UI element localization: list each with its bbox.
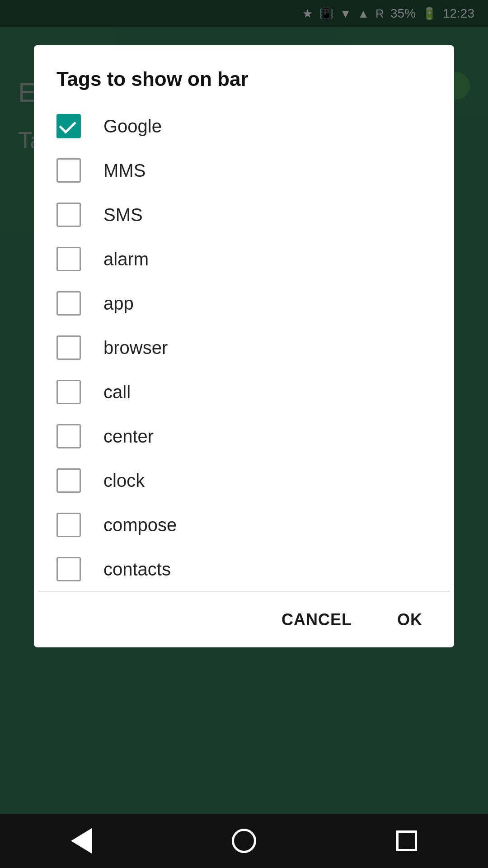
bottom-nav-bar bbox=[0, 814, 488, 868]
list-item[interactable]: clock bbox=[38, 458, 450, 503]
checkbox-alarm[interactable] bbox=[56, 247, 81, 271]
checkbox-browser[interactable] bbox=[56, 335, 81, 360]
dialog-title: Tags to show on bar bbox=[34, 45, 454, 104]
item-label-mms: MMS bbox=[103, 160, 145, 181]
dialog-actions: CANCEL OK bbox=[34, 592, 454, 647]
recent-icon bbox=[396, 830, 417, 851]
item-label-clock: clock bbox=[103, 471, 145, 491]
list-item[interactable]: SMS bbox=[38, 193, 450, 237]
item-label-contacts: contacts bbox=[103, 559, 171, 580]
item-label-sms: SMS bbox=[103, 205, 143, 225]
tags-dialog: Tags to show on bar Google MMS SMS alarm… bbox=[34, 45, 454, 647]
item-label-call: call bbox=[103, 382, 131, 402]
list-item[interactable]: browser bbox=[38, 326, 450, 370]
checkbox-contacts[interactable] bbox=[56, 557, 81, 581]
back-button[interactable] bbox=[54, 823, 108, 859]
list-item[interactable]: MMS bbox=[38, 148, 450, 193]
list-item[interactable]: contacts bbox=[38, 547, 450, 591]
list-item[interactable]: app bbox=[38, 281, 450, 326]
item-label-app: app bbox=[103, 293, 134, 314]
dialog-item-list: Google MMS SMS alarm app browser call bbox=[34, 104, 454, 591]
item-label-google: Google bbox=[103, 116, 162, 137]
checkbox-google[interactable] bbox=[56, 114, 81, 138]
item-label-browser: browser bbox=[103, 338, 168, 358]
checkbox-app[interactable] bbox=[56, 291, 81, 316]
list-item[interactable]: call bbox=[38, 370, 450, 414]
checkbox-call[interactable] bbox=[56, 380, 81, 404]
recent-apps-button[interactable] bbox=[380, 823, 434, 859]
checkbox-compose[interactable] bbox=[56, 513, 81, 537]
checkbox-center[interactable] bbox=[56, 424, 81, 448]
checkbox-clock[interactable] bbox=[56, 468, 81, 493]
list-item[interactable]: center bbox=[38, 414, 450, 458]
item-label-alarm: alarm bbox=[103, 249, 149, 269]
ok-button[interactable]: OK bbox=[388, 606, 432, 634]
item-label-center: center bbox=[103, 426, 154, 447]
item-label-compose: compose bbox=[103, 515, 177, 535]
list-item[interactable]: compose bbox=[38, 503, 450, 547]
list-item[interactable]: alarm bbox=[38, 237, 450, 281]
back-icon bbox=[71, 828, 92, 854]
checkbox-mms[interactable] bbox=[56, 158, 81, 183]
cancel-button[interactable]: CANCEL bbox=[272, 606, 361, 634]
checkbox-sms[interactable] bbox=[56, 203, 81, 227]
home-button[interactable] bbox=[217, 823, 271, 859]
home-icon bbox=[232, 829, 256, 853]
list-item[interactable]: Google bbox=[38, 104, 450, 148]
